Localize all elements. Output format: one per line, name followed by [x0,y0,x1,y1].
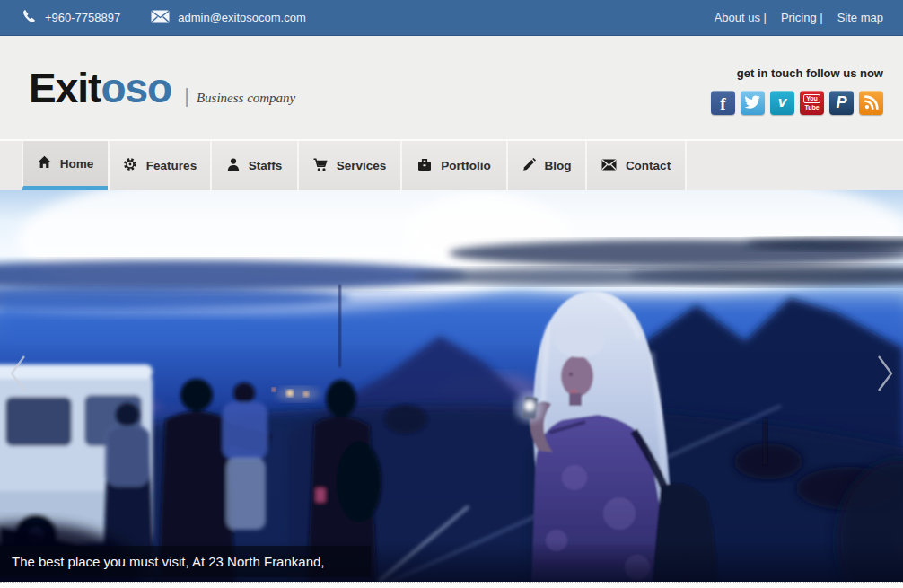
tab-staffs[interactable]: Staffs [210,141,297,190]
envelope-icon [601,159,617,173]
facebook-icon[interactable]: f [711,91,735,115]
main-nav: Home Features Staffs Services Portfolio … [0,139,903,190]
phone-icon [22,9,37,27]
next-slide-arrow[interactable] [872,353,896,394]
person-icon [227,158,240,174]
phone-number: +960-7758897 [45,11,120,24]
link-site-map[interactable]: Site map [837,11,883,24]
email-link[interactable]: admin@exitosocom.com [151,10,306,26]
link-pricing[interactable]: Pricing | [781,11,823,24]
logo-text-accent: oso [101,64,171,112]
tab-blog[interactable]: Blog [506,141,585,190]
link-about-us[interactable]: About us | [715,11,767,24]
logo-text-primary: Exit [29,64,101,112]
social-heading: get in touch follow us now [737,66,883,80]
tab-label: Blog [545,159,572,172]
logo[interactable]: Exit oso | Business company [29,64,295,112]
paypal-icon[interactable]: P [829,91,854,115]
topbar-links: About us | Pricing | Site map [715,11,883,24]
envelope-icon [151,10,170,26]
tab-portfolio[interactable]: Portfolio [400,141,506,190]
tab-label: Home [60,157,94,171]
topbar: +960-7758897 admin@exitosocom.com About … [0,0,903,36]
youtube-icon[interactable]: You Tube [800,91,824,115]
tab-home[interactable]: Home [22,141,108,190]
prev-slide-arrow[interactable] [7,353,31,394]
tab-label: Portfolio [441,159,491,172]
tab-label: Contact [626,159,671,172]
briefcase-icon [417,158,432,174]
home-icon [38,155,51,171]
cart-icon [313,158,328,174]
social-icons-row: f v You Tube P [711,91,883,115]
hero-slider: The best place you must visit, At 23 Nor… [0,190,903,588]
phone-link[interactable]: +960-7758897 [22,9,120,27]
hero-bottom-dotted-divider [0,582,903,588]
header-social-area: get in touch follow us now f v You Tube … [711,61,883,115]
slide-caption: The best place you must visit, At 23 Nor… [0,546,371,577]
vimeo-icon[interactable]: v [770,91,794,115]
tab-label: Features [146,159,197,172]
tab-label: Services [337,159,387,172]
rss-icon[interactable] [859,91,883,115]
pencil-icon [522,158,536,174]
tab-contact[interactable]: Contact [585,141,687,190]
slide-photo-dusk-roadside [0,190,903,588]
logo-separator: | [184,84,189,108]
topbar-contact: +960-7758897 admin@exitosocom.com [22,9,328,27]
tab-features[interactable]: Features [108,141,210,190]
tab-label: Staffs [249,159,283,172]
email-address: admin@exitosocom.com [178,11,306,24]
gear-icon [123,157,137,174]
twitter-icon[interactable] [741,91,765,115]
header: Exit oso | Business company get in touch… [0,36,903,139]
tab-services[interactable]: Services [297,141,400,190]
logo-tagline: Business company [197,91,295,106]
